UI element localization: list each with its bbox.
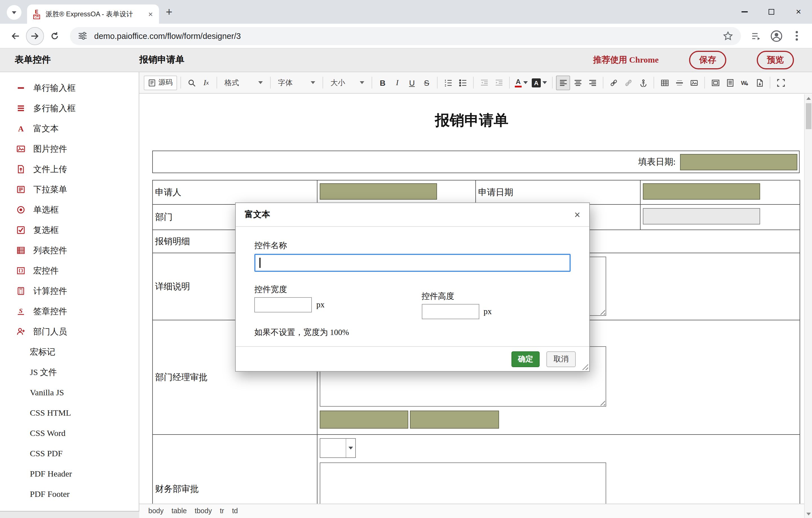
strikethrough-button[interactable]: S [419,75,434,90]
manager-approval-input-1[interactable] [320,410,408,429]
iframe-button[interactable] [708,75,722,90]
image-button[interactable] [687,75,701,90]
control-height-input[interactable] [422,304,479,319]
ordered-list-button[interactable] [441,75,455,90]
control-width-input[interactable] [254,297,312,312]
department-input[interactable] [643,208,760,224]
reload-button[interactable] [45,26,64,46]
align-right-button[interactable] [585,75,600,90]
finance-approval-textarea[interactable] [320,462,606,503]
unordered-list-button[interactable] [456,75,470,90]
remove-format-button[interactable]: Ix [199,75,213,90]
format-select[interactable]: 格式 [221,75,267,90]
font-select[interactable]: 字体 [274,75,319,90]
italic-button[interactable]: I [390,75,404,90]
back-button[interactable] [6,26,25,46]
forward-button[interactable] [26,27,44,45]
forward-icon [30,31,40,41]
anchor-button[interactable] [636,75,650,90]
sidebar-item-vanilla-js[interactable]: Vanilla JS [0,382,139,403]
bold-button[interactable]: B [376,75,390,90]
scroll-down-arrow[interactable] [806,512,811,515]
finance-approval-select[interactable] [320,438,356,458]
file-upload-icon [16,165,26,174]
dialog-header[interactable]: 富文本 × [236,203,589,227]
text-color-button[interactable]: A [513,75,529,90]
source-button[interactable]: 源码 [144,75,177,90]
underline-button[interactable]: U [405,75,419,90]
scroll-up-arrow[interactable] [806,97,811,100]
sidebar-item-js-file[interactable]: JS 文件 [0,362,139,382]
unlink-button[interactable] [621,75,636,90]
path-body[interactable]: body [148,507,164,515]
path-tbody[interactable]: tbody [195,507,212,515]
control-name-input[interactable] [254,254,571,272]
word-import-button[interactable]: W [737,75,752,90]
scrollbar-thumb[interactable] [806,103,811,129]
sidebar-item-single-line-input[interactable]: 单行输入框 [0,78,139,98]
path-table[interactable]: table [171,507,187,515]
chevron-down-icon [360,81,364,84]
site-settings-icon[interactable] [78,31,87,40]
resize-grip-icon[interactable] [600,309,605,315]
fill-date-input[interactable] [680,154,798,170]
maximize-editor-button[interactable] [774,75,788,90]
rich-text-dialog: 富文本 × 控件名称 控件宽度 px 控件高度 [235,202,590,372]
profile-avatar[interactable] [767,26,786,46]
browser-tab[interactable]: EOA 派胜® ExpressOA - 表单设计 × [27,4,159,24]
find-button[interactable] [184,75,199,90]
tab-close-icon[interactable]: × [147,9,154,19]
sidebar-item-macro-mark[interactable]: 宏标记 [0,342,139,362]
align-left-button[interactable] [556,75,570,90]
window-close-button[interactable]: × [785,0,812,24]
tab-search-button[interactable] [7,5,22,20]
cancel-button[interactable]: 取消 [546,351,576,367]
indent-button[interactable] [492,75,506,90]
sidebar-item-css-pdf[interactable]: CSS PDF [0,443,139,464]
sidebar-item-image-control[interactable]: 图片控件 [0,139,139,159]
sidebar-item-department-staff[interactable]: 部门人员 [0,321,139,342]
align-center-button[interactable] [571,75,585,90]
address-bar[interactable]: demo.paioffice.com/flow/form/designer/3 [70,27,741,45]
applicant-input[interactable] [320,183,437,199]
browser-menu-button[interactable] [787,26,806,46]
apply-date-input[interactable] [643,183,760,199]
resize-grip-icon[interactable] [600,400,605,405]
outdent-button[interactable] [477,75,491,90]
path-td[interactable]: td [232,507,238,515]
path-tr[interactable]: tr [220,507,224,515]
sidebar-item-pdf-header[interactable]: PDF Header [0,464,139,484]
sidebar-item-signature-control[interactable]: S 签章控件 [0,301,139,321]
table-button[interactable] [658,75,672,90]
manager-approval-input-2[interactable] [410,410,499,429]
sidebar-item-pdf-footer[interactable]: PDF Footer [0,484,139,504]
sidebar-item-list-control[interactable]: 列表控件 [0,240,139,261]
sidebar-item-checkbox[interactable]: 复选框 [0,220,139,240]
document-properties-button[interactable] [723,75,737,90]
sidebar-item-macro-control[interactable]: 宏控件 [0,261,139,281]
horizontal-rule-button[interactable] [672,75,686,90]
bg-color-button[interactable]: A [530,75,549,90]
size-select[interactable]: 大小 [326,75,368,90]
bookmark-star-icon[interactable] [723,31,733,41]
sidebar-item-calc-control[interactable]: 计算控件 [0,281,139,301]
save-button[interactable]: 保存 [689,51,726,69]
window-minimize-button[interactable] [731,0,758,24]
sidebar-item-dropdown-menu[interactable]: 下拉菜单 [0,179,139,200]
sidebar-item-rich-text[interactable]: A 富文本 [0,118,139,139]
ok-button[interactable]: 确定 [512,351,540,367]
preview-button[interactable]: 预览 [757,51,794,69]
sidebar-item-css-word[interactable]: CSS Word [0,423,139,443]
dialog-close-button[interactable]: × [574,209,580,220]
new-tab-button[interactable]: + [166,6,172,18]
sidebar-item-css-html[interactable]: CSS HTML [0,403,139,423]
link-button[interactable] [607,75,621,90]
sidebar-item-file-upload[interactable]: 文件上传 [0,159,139,179]
sidebar-item-radio[interactable]: 单选框 [0,200,139,220]
media-controls-button[interactable] [747,26,766,46]
sidebar-item-multi-line-input[interactable]: 多行输入框 [0,98,139,118]
media-controls-icon [751,31,761,41]
pdf-export-button[interactable] [752,75,766,90]
finance-approval-label: 财务部审批 [155,484,199,493]
window-maximize-button[interactable] [758,0,785,24]
